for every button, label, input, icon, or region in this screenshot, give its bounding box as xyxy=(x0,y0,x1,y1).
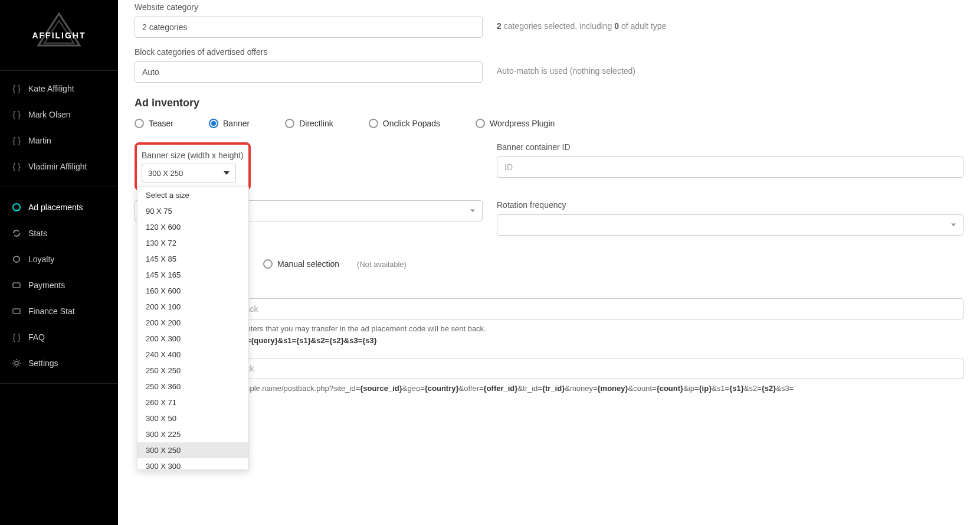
sidebar-item-payments[interactable]: Payments xyxy=(0,272,118,298)
radio-circle-icon xyxy=(369,119,378,128)
braces-icon: { } xyxy=(12,162,21,171)
sidebar-user-martin[interactable]: { } Martin xyxy=(0,128,118,154)
sidebar-item-stats[interactable]: Stats xyxy=(0,220,118,246)
dropdown-item[interactable]: 120 X 600 xyxy=(137,219,248,235)
dropdown-item[interactable]: 90 X 75 xyxy=(137,203,248,219)
rotation-frequency-label: Rotation frequency xyxy=(497,200,963,210)
radio-circle-icon xyxy=(135,119,144,128)
postback-1-input[interactable] xyxy=(229,298,963,319)
sidebar-user-label: Martin xyxy=(28,136,51,145)
dropdown-item[interactable]: 260 X 71 xyxy=(137,394,248,410)
divider xyxy=(0,383,118,384)
logo: AFFILIGHT xyxy=(0,0,118,71)
dropdown-item[interactable]: 160 X 600 xyxy=(137,283,248,299)
braces-icon: { } xyxy=(12,110,21,119)
dropdown-item[interactable]: 300 X 225 xyxy=(137,426,248,442)
radio-label: Banner xyxy=(223,119,250,128)
ad-inventory-options: Teaser Banner Directlink Onclick Popads … xyxy=(135,119,963,128)
sidebar-item-label: Loyalty xyxy=(28,255,54,264)
braces-icon: { } xyxy=(12,84,21,93)
postback-1-help: arameters that you may transfer in the a… xyxy=(229,323,963,346)
sidebar-item-label: Finance Stat xyxy=(28,306,75,316)
ad-inventory-title: Ad inventory xyxy=(135,97,963,109)
dropdown-item[interactable]: 250 X 360 xyxy=(137,379,248,394)
block-categories-input[interactable] xyxy=(135,61,483,83)
radio-directlink[interactable]: Directlink xyxy=(285,119,333,128)
website-category-side: 2 categories selected, including 0 of ad… xyxy=(497,17,666,31)
divider xyxy=(0,187,118,187)
dropdown-item[interactable]: 145 X 85 xyxy=(137,251,248,267)
gear-icon xyxy=(12,358,21,368)
radio-label: Teaser xyxy=(149,119,173,128)
radio-circle-icon xyxy=(209,119,218,128)
sidebar-user-vladimir[interactable]: { } Vladimir Affilight xyxy=(0,154,118,180)
radio-wordpress-plugin[interactable]: Wordpress Plugin xyxy=(476,119,555,128)
braces-icon: { } xyxy=(12,332,21,342)
sidebar-item-loyalty[interactable]: Loyalty xyxy=(0,246,118,272)
radio-onclick-popads[interactable]: Onclick Popads xyxy=(369,119,440,128)
website-category-input[interactable] xyxy=(135,17,483,38)
not-available-text: (Not available) xyxy=(357,260,407,269)
radio-label: Directlink xyxy=(299,119,333,128)
affilight-logo-icon: AFFILIGHT xyxy=(24,9,94,62)
block-categories-label: Block categories of advertised offers xyxy=(135,47,963,57)
dropdown-item[interactable]: Select a size xyxy=(137,187,248,203)
dropdown-item[interactable]: 130 X 72 xyxy=(137,235,248,251)
sidebar-user-label: Mark Olsen xyxy=(28,110,71,119)
radio-label: Wordpress Plugin xyxy=(490,119,555,128)
svg-rect-5 xyxy=(13,283,20,288)
block-categories-side: Auto-match is used (nothing selected) xyxy=(497,61,635,76)
sidebar: AFFILIGHT { } Kate Affilight { } Mark Ol… xyxy=(0,0,118,525)
dropdown-item[interactable]: 250 X 250 xyxy=(137,363,248,379)
sidebar-user-label: Kate Affilight xyxy=(28,84,74,93)
rotation-frequency-select[interactable] xyxy=(497,214,963,236)
sidebar-user-kate[interactable]: { } Kate Affilight xyxy=(0,76,118,102)
banner-container-label: Banner container ID xyxy=(497,142,963,152)
main-content: Website category 2 categories selected, … xyxy=(118,0,980,525)
radio-banner[interactable]: Banner xyxy=(209,119,250,128)
dropdown-item[interactable]: 200 X 200 xyxy=(137,315,248,331)
sidebar-item-ad-placements[interactable]: Ad placements xyxy=(0,194,118,220)
svg-text:AFFILIGHT: AFFILIGHT xyxy=(32,31,86,40)
website-category-label: Website category xyxy=(135,2,963,12)
sidebar-user-label: Vladimir Affilight xyxy=(28,162,87,171)
svg-point-4 xyxy=(14,256,19,262)
sidebar-item-faq[interactable]: { } FAQ xyxy=(0,324,118,350)
postback-2-input[interactable] xyxy=(229,358,963,379)
svg-rect-6 xyxy=(13,309,20,314)
sidebar-user-mark[interactable]: { } Mark Olsen xyxy=(0,102,118,128)
sidebar-item-label: Ad placements xyxy=(28,203,83,212)
dropdown-item[interactable]: 300 X 50 xyxy=(137,410,248,426)
radio-circle-icon xyxy=(476,119,485,128)
dropdown-item[interactable]: 300 X 300 xyxy=(137,458,248,474)
radio-circle-icon xyxy=(285,119,294,128)
banner-size-select[interactable]: 300 X 250 xyxy=(142,164,236,182)
postback-2-help: .example.name/postback.php?site_id={sour… xyxy=(229,383,963,394)
braces-icon: { } xyxy=(12,136,21,145)
svg-point-3 xyxy=(13,204,20,211)
banner-container-input[interactable] xyxy=(497,156,963,178)
dropdown-item[interactable]: 200 X 300 xyxy=(137,331,248,347)
banner-size-dropdown: Select a size90 X 75120 X 600130 X 72145… xyxy=(137,187,249,470)
refresh-icon xyxy=(12,229,21,238)
sidebar-item-settings[interactable]: Settings xyxy=(0,350,118,376)
dropdown-item[interactable]: 240 X 400 xyxy=(137,347,248,363)
sidebar-item-finance-stat[interactable]: Finance Stat xyxy=(0,298,118,324)
radio-teaser[interactable]: Teaser xyxy=(135,119,173,128)
sidebar-item-label: Stats xyxy=(28,229,47,238)
card-icon xyxy=(12,306,21,316)
radio-manual-selection[interactable]: Manual selection xyxy=(263,259,339,269)
dropdown-item[interactable]: 145 X 165 xyxy=(137,267,248,283)
sidebar-item-label: FAQ xyxy=(28,332,45,342)
radio-label: Manual selection xyxy=(277,259,339,269)
chevron-down-icon xyxy=(224,171,230,175)
radio-circle-icon xyxy=(263,259,273,269)
sidebar-item-label: Payments xyxy=(28,281,65,290)
card-icon xyxy=(12,281,21,290)
banner-size-highlight: Banner size (width x height) 300 X 250 xyxy=(135,142,251,191)
circle-outline-icon xyxy=(12,255,21,264)
radio-label: Onclick Popads xyxy=(383,119,440,128)
svg-marker-0 xyxy=(38,14,80,45)
dropdown-item[interactable]: 200 X 100 xyxy=(137,299,248,315)
dropdown-item[interactable]: 300 X 250 xyxy=(137,442,248,458)
